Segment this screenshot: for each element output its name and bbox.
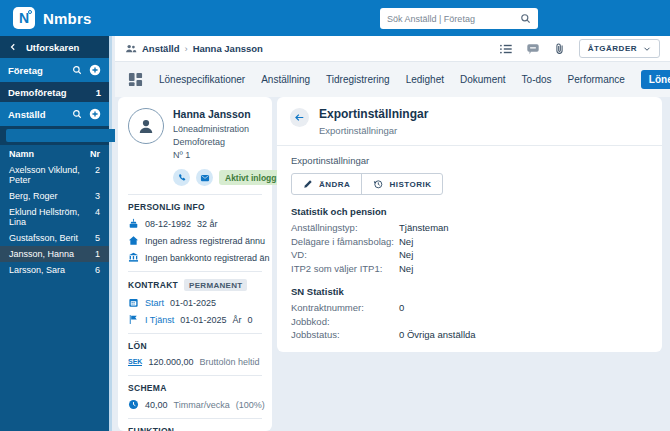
search-icon[interactable] — [72, 65, 82, 75]
bank-status: Ingen bankkonto registrerad än — [145, 253, 270, 263]
actions-button[interactable]: ÅTGÄRDER — [579, 39, 660, 58]
employee-list-header: Namn Nr — [0, 145, 109, 162]
permanent-badge: PERMANENT — [184, 279, 247, 291]
tab-bar: Lönespecifikationer Anställning Tidregis… — [115, 62, 670, 97]
top-bar: N Nmbrs — [0, 0, 670, 36]
anstalld-label: Anställd — [8, 109, 45, 120]
column-nr: Nr — [90, 149, 100, 159]
tab-performance[interactable]: Performance — [568, 74, 625, 85]
main-content: Anställd › Hanna Jansson ÅTGÄRDER — [115, 36, 670, 431]
section-label: Exportinställningar — [291, 155, 648, 166]
sidebar-item-anstalld[interactable]: Anställd — [0, 102, 109, 126]
explorer-sidebar: Utforskaren Företag Demoföretag 1 Anstäl… — [0, 36, 112, 431]
add-circle-icon[interactable] — [89, 64, 101, 76]
employee-department: Löneadministration — [173, 123, 282, 136]
schema-heading: SCHEMA — [128, 383, 262, 393]
start-label: Start — [145, 298, 164, 308]
employees-icon — [125, 43, 137, 55]
breadcrumb: Anställd › Hanna Jansson — [125, 43, 263, 55]
panel-title: Exportinställningar — [319, 107, 428, 121]
history-button[interactable]: HISTORIK — [361, 174, 442, 194]
avatar — [128, 108, 164, 144]
add-circle-icon[interactable] — [89, 108, 101, 120]
stat-row: Jobbstatus: 0 Övriga anställda — [291, 328, 648, 342]
status-badge: Aktivt inlogg — [219, 170, 282, 185]
sidebar-item-foretag[interactable]: Företag — [0, 58, 109, 82]
employee-row[interactable]: Gustafsson, Berit5 — [0, 230, 109, 246]
salary-type: Bruttolön heltid — [199, 357, 259, 367]
schema-unit: Timmar/vecka — [174, 400, 230, 410]
phone-icon[interactable] — [173, 169, 190, 186]
employee-row[interactable]: Larsson, Sara6 — [0, 262, 109, 278]
breadcrumb-separator: › — [184, 43, 187, 54]
employee-row-selected[interactable]: Jansson, Hanna1 — [0, 246, 109, 262]
ar-value: 0 — [247, 315, 252, 325]
tab-dokument[interactable]: Dokument — [460, 74, 506, 85]
statistik-heading: Statistik och pension — [291, 206, 648, 217]
funktion-heading: FUNKTION — [128, 426, 262, 431]
personlig-info-heading: PERSONLIG INFO — [128, 202, 262, 212]
export-settings-panel: Exportinställningar Exportinställningar … — [277, 97, 662, 352]
currency-sek-icon: SEK — [128, 358, 142, 367]
stat-row: ITP2 som väljer ITP1: Nej — [291, 262, 648, 276]
stat-row: Kontraktnummer: 0 — [291, 301, 648, 315]
calendar-icon — [128, 297, 139, 308]
tab-ledighet[interactable]: Ledighet — [406, 74, 444, 85]
demoforetag-count: 1 — [96, 87, 101, 98]
employee-row[interactable]: Berg, Roger3 — [0, 188, 109, 204]
employee-filter-input[interactable] — [6, 129, 131, 142]
chat-icon[interactable] — [526, 42, 540, 56]
sidebar-header[interactable]: Utforskaren — [0, 36, 109, 58]
search-icon[interactable] — [520, 13, 531, 24]
list-icon[interactable] — [499, 42, 513, 56]
sidebar-title: Utforskaren — [26, 42, 79, 53]
schema-hours: 40,00 — [145, 400, 168, 410]
lon-heading: LÖN — [128, 341, 262, 351]
age: 32 år — [197, 219, 218, 229]
flag-icon — [128, 314, 139, 325]
birthday-cake-icon — [128, 218, 139, 229]
search-icon[interactable] — [72, 109, 82, 119]
employee-name: Hanna Jansson — [173, 108, 282, 120]
email-icon[interactable] — [196, 169, 213, 186]
tab-lonespecifikationer[interactable]: Lönespecifikationer — [159, 74, 245, 85]
foretag-label: Företag — [8, 65, 43, 76]
address-status: Ingen adress registrerad ännu — [145, 236, 265, 246]
demoforetag-label: Demoföretag — [8, 87, 67, 98]
tab-loneinstallningar-active[interactable]: Löneinställningar — [641, 70, 670, 89]
breadcrumb-root[interactable]: Anställd — [142, 43, 179, 54]
kontrakt-heading: KONTRAKT — [128, 280, 178, 290]
edit-button[interactable]: ÄNDRA — [292, 174, 361, 194]
stat-row: Anställningstyp: Tjänsteman — [291, 221, 648, 235]
tab-todos[interactable]: To-dos — [522, 74, 552, 85]
global-search-input[interactable] — [387, 14, 520, 24]
employee-row[interactable]: Axelsson Viklund, Peter2 — [0, 162, 109, 188]
stat-row: Delägare i fåmansbolag: Nej — [291, 235, 648, 249]
tab-anstallning[interactable]: Anställning — [261, 74, 310, 85]
edit-history-button-group: ÄNDRA HISTORIK — [291, 173, 443, 195]
employee-list: Namn Nr Axelsson Viklund, Peter2 Berg, R… — [0, 145, 109, 431]
breadcrumb-current: Hanna Jansson — [193, 43, 263, 54]
stat-row: VD: Nej — [291, 248, 648, 262]
content-header: Anställd › Hanna Jansson ÅTGÄRDER — [115, 36, 670, 62]
employee-number: Nº 1 — [173, 149, 282, 162]
employee-filter-bar — [0, 126, 109, 145]
ar-label: År — [232, 315, 241, 325]
paperclip-icon[interactable] — [553, 42, 566, 55]
chevron-left-icon[interactable] — [9, 43, 17, 51]
chevron-down-icon — [643, 45, 651, 53]
back-arrow-icon[interactable] — [290, 108, 309, 127]
bank-icon — [128, 252, 139, 263]
employee-row[interactable]: Eklund Hellström, Lina4 — [0, 204, 109, 230]
employee-company: Demoföretag — [173, 136, 282, 149]
tab-tidregistrering[interactable]: Tidregistrering — [326, 74, 390, 85]
dashboard-grid-icon[interactable] — [128, 72, 143, 87]
sidebar-item-demoforetag[interactable]: Demoföretag 1 — [0, 82, 109, 102]
logo-superscript-dot — [28, 10, 32, 14]
panel-subtitle: Exportinställningar — [319, 125, 428, 136]
stat-row: Jobbkod: — [291, 315, 648, 329]
nmbrs-logo[interactable]: N — [13, 7, 35, 29]
birth-date: 08-12-1992 — [145, 219, 191, 229]
global-search[interactable] — [380, 8, 538, 29]
schema-percent: (100%) — [236, 400, 265, 410]
